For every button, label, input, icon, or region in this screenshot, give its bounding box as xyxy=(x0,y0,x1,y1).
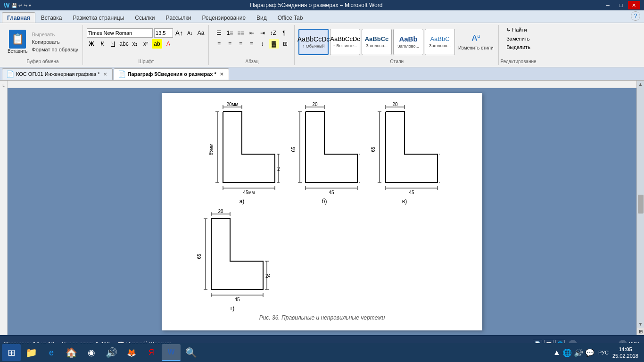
text-highlight-button[interactable]: ab xyxy=(152,39,162,49)
font-color-button[interactable]: A xyxy=(164,39,173,49)
change-styles-button[interactable]: Изменить стили xyxy=(458,45,493,50)
bullets-button[interactable]: ☰ xyxy=(215,28,224,38)
svg-text:65мм: 65мм xyxy=(208,143,214,155)
increase-indent-button[interactable]: ⇥ xyxy=(258,28,267,38)
clear-format-button[interactable]: Aa xyxy=(196,28,206,38)
svg-text:65: 65 xyxy=(291,147,296,152)
figure-v-label: в) xyxy=(369,198,440,205)
ruler-v-marker: L xyxy=(2,83,4,88)
taskbar-yandex-button[interactable]: Я xyxy=(142,344,161,361)
taskbar-media-button[interactable]: 🔊 xyxy=(102,344,121,361)
tab-view[interactable]: Вид xyxy=(251,12,272,23)
figure-a-svg: 20мм 65мм 24мм xyxy=(204,102,280,197)
font-row-1: A↑ A↓ Aa xyxy=(87,28,206,38)
style-heading2-preview: AaBb xyxy=(399,35,417,43)
taskbar-explorer-button[interactable]: 📁 xyxy=(22,344,41,361)
font-name-input[interactable] xyxy=(87,28,153,38)
doc-tab-1[interactable]: 📄 КОС ОП.01 Инженерная графика * ✕ xyxy=(2,68,113,80)
doc-tab-2-label: Параграф 5Сведения о размерах * xyxy=(128,71,216,77)
tray-volume-icon[interactable]: 🔊 xyxy=(574,348,583,357)
title-bar-qs: 💾 ↩ ↪ ▾ xyxy=(11,3,31,8)
doc-tab-1-icon: 📄 xyxy=(6,70,14,78)
tab-layout[interactable]: Разметка страницы xyxy=(67,12,129,23)
strikethrough-button[interactable]: abc xyxy=(119,39,129,49)
cut-button[interactable]: Вырезать xyxy=(30,31,80,38)
tray-up-icon[interactable]: ▲ xyxy=(553,348,561,357)
align-left-button[interactable]: ≡ xyxy=(215,39,224,49)
help-button[interactable]: ? xyxy=(631,11,640,21)
format-painter-button[interactable]: Формат по образцу xyxy=(30,46,80,53)
align-center-button[interactable]: ≡ xyxy=(225,39,235,49)
start-button[interactable]: ⊞ xyxy=(2,344,21,361)
sort-button[interactable]: ↕Z xyxy=(269,28,278,38)
tray-network-icon[interactable]: 🌐 xyxy=(562,348,572,357)
para-row-2: ≡ ≡ ≡ ≡ ↕ ▓ ⊞ xyxy=(215,39,290,49)
group-paragraph: ☰ 1≡ ≡≡ ⇤ ⇥ ↕Z ¶ ≡ ≡ ≡ ≡ ↕ ▓ xyxy=(210,25,295,65)
decrease-indent-button[interactable]: ⇤ xyxy=(247,28,256,38)
tab-references[interactable]: Ссылки xyxy=(130,12,160,23)
taskbar-time: 14:05 xyxy=(612,346,638,353)
svg-text:20мм: 20мм xyxy=(227,102,239,107)
taskbar-language: РУС xyxy=(598,350,609,355)
line-spacing-button[interactable]: ↕ xyxy=(258,39,267,49)
style-heading2-button[interactable]: AaBb Заголово... xyxy=(393,29,423,55)
taskbar-ie-button[interactable]: e xyxy=(42,344,61,361)
maximize-button[interactable]: □ xyxy=(615,1,627,9)
doc-tab-2-close[interactable]: ✕ xyxy=(218,71,225,77)
superscript-button[interactable]: x² xyxy=(141,39,150,49)
subscript-button[interactable]: x₂ xyxy=(130,39,140,49)
style-normal-preview: AaBbCcDc xyxy=(297,35,330,43)
font-size-input[interactable] xyxy=(154,28,173,38)
svg-text:20: 20 xyxy=(312,102,318,107)
scroll-thumb[interactable] xyxy=(638,195,644,214)
clipboard-small-buttons: Вырезать Копировать Формат по образцу xyxy=(30,31,80,53)
style-heading3-label: Заголово... xyxy=(429,43,451,48)
editing-content: ↳ Найти Заменить Выделить xyxy=(504,26,532,64)
scroll-down-button[interactable]: ▼ xyxy=(637,321,644,328)
styles-change-button[interactable]: Aa xyxy=(471,33,480,43)
italic-button[interactable]: К xyxy=(98,39,107,49)
tab-mailings[interactable]: Рассылки xyxy=(161,12,197,23)
bold-button[interactable]: Ж xyxy=(87,39,96,49)
select-button[interactable]: Выделить xyxy=(504,43,532,51)
style-heading3-button[interactable]: AaBbC Заголово... xyxy=(425,29,455,55)
tab-officetab[interactable]: Office Tab xyxy=(272,12,308,23)
taskbar-chrome-button[interactable]: ◉ xyxy=(82,344,101,361)
copy-button[interactable]: Копировать xyxy=(30,39,80,45)
drawing-area: 20мм 65мм 24мм xyxy=(176,102,468,321)
scroll-up-button[interactable]: ▲ xyxy=(637,81,644,88)
doc-scroll-area: 20мм 65мм 24мм xyxy=(8,81,636,335)
tab-home[interactable]: Главная xyxy=(2,12,35,23)
tray-notification-icon[interactable]: 💬 xyxy=(585,348,594,357)
find-button[interactable]: ↳ Найти xyxy=(504,26,532,34)
multilevel-button[interactable]: ≡≡ xyxy=(236,28,246,38)
borders-button[interactable]: ⊞ xyxy=(281,39,290,49)
taskbar-home-button[interactable]: 🏠 xyxy=(62,344,81,361)
tab-insert[interactable]: Вставка xyxy=(36,12,67,23)
minimize-button[interactable]: ─ xyxy=(602,1,614,9)
tab-review[interactable]: Рецензирование xyxy=(197,12,251,23)
taskbar-browser2-button[interactable]: 🦊 xyxy=(122,344,141,361)
scroll-corner[interactable]: ⊞ xyxy=(637,328,644,335)
replace-button[interactable]: Заменить xyxy=(504,35,532,42)
close-button[interactable]: ✕ xyxy=(628,1,640,9)
style-nospace-button[interactable]: AaBbCcDc ↑ Без инте... xyxy=(330,29,360,55)
font-increase-button[interactable]: A↑ xyxy=(174,28,184,38)
taskbar-search-button[interactable]: 🔍 xyxy=(182,344,201,361)
font-decrease-button[interactable]: A↓ xyxy=(185,28,195,38)
scrollbar-vertical[interactable]: ▲ ▼ ⊞ xyxy=(636,81,644,335)
underline-button[interactable]: Ч xyxy=(108,39,118,49)
style-heading1-button[interactable]: AaBbCc Заголово... xyxy=(362,29,392,55)
ruler-vertical: L xyxy=(0,81,8,335)
show-marks-button[interactable]: ¶ xyxy=(280,28,289,38)
justify-button[interactable]: ≡ xyxy=(247,39,256,49)
align-right-button[interactable]: ≡ xyxy=(236,39,246,49)
paste-button[interactable]: 📋 Вставить xyxy=(6,29,29,55)
taskbar-word-button[interactable]: W xyxy=(162,344,181,361)
shading-button[interactable]: ▓ xyxy=(269,39,279,49)
numbering-button[interactable]: 1≡ xyxy=(225,28,235,38)
doc-tab-2[interactable]: 📄 Параграф 5Сведения о размерах * ✕ xyxy=(114,68,229,80)
doc-tab-1-close[interactable]: ✕ xyxy=(102,71,108,77)
figure-caption: Рис. 36. Правильные и неправильные черте… xyxy=(176,314,468,321)
style-normal-button[interactable]: AaBbCcDc ↑ Обычный xyxy=(298,29,329,55)
